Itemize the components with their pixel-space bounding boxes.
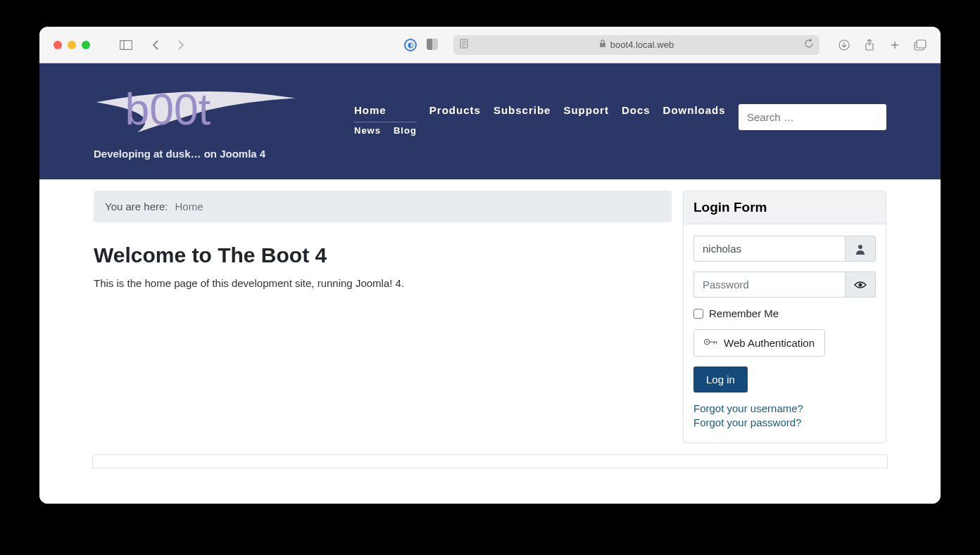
svg-point-11 [858,245,862,249]
lock-icon [599,39,606,50]
close-window-button[interactable] [54,41,62,49]
password-input[interactable] [693,272,845,298]
web-authentication-label: Web Authentication [724,337,815,349]
downloads-icon[interactable] [838,39,850,51]
back-button[interactable] [149,39,162,51]
svg-point-14 [706,341,708,343]
nav-downloads[interactable]: Downloads [663,104,726,136]
remember-me-label: Remember Me [709,307,779,319]
page-title: Welcome to The Boot 4 [94,243,672,267]
breadcrumb-label: You are here: [105,200,168,212]
privacy-shield-icon[interactable] [427,39,438,50]
footer-card-partial [92,454,888,468]
window-controls [54,41,90,49]
tagline: Developing at dusk… on Joomla 4 [94,148,298,160]
svg-rect-10 [917,40,926,48]
svg-point-12 [859,283,862,286]
maximize-window-button[interactable] [82,41,90,49]
nav-support[interactable]: Support [563,104,609,136]
sidebar-toggle-icon[interactable] [120,39,132,51]
breadcrumb-current: Home [175,200,203,212]
forgot-username-link[interactable]: Forgot your username? [693,402,876,414]
remember-me-checkbox[interactable] [693,309,703,319]
new-tab-icon[interactable] [888,39,901,51]
login-button[interactable]: Log in [693,366,748,393]
nav-news[interactable]: News [354,125,381,136]
site-header: b00t Developing at dusk… on Joomla 4 Hom… [39,63,941,179]
url-text: boot4.local.web [610,39,674,50]
remember-me-row[interactable]: Remember Me [693,307,876,319]
web-authentication-button[interactable]: Web Authentication [693,329,825,357]
nav-subscribe[interactable]: Subscribe [494,104,551,136]
login-card: Login Form [683,191,886,443]
logo-text: b00t [125,84,211,134]
onepassword-icon[interactable]: ◐ [404,39,417,51]
logo-area[interactable]: b00t Developing at dusk… on Joomla 4 [94,79,298,160]
key-icon [704,337,718,349]
page-intro-text: This is the home page of this developmen… [94,277,672,289]
address-bar[interactable]: boot4.local.web [453,35,819,55]
nav-products[interactable]: Products [429,104,481,136]
svg-rect-6 [600,43,605,47]
forgot-password-link[interactable]: Forgot your password? [693,416,876,428]
search-input[interactable] [739,104,886,130]
nav-docs[interactable]: Docs [622,104,651,136]
main-nav: Home News Blog Products Subscribe Suppor… [298,79,739,136]
forward-button[interactable] [175,39,187,51]
nav-home[interactable]: Home [354,104,417,116]
show-password-icon[interactable] [845,272,876,298]
breadcrumb: You are here: Home [94,191,672,222]
tabs-overview-icon[interactable] [914,39,926,51]
browser-window: ◐ boot4.local.web [39,27,941,504]
reload-icon[interactable] [804,39,814,51]
user-icon [845,236,876,262]
minimize-window-button[interactable] [68,41,76,49]
reader-mode-icon[interactable] [459,39,469,51]
logo-image: b00t [94,83,298,139]
username-input[interactable] [693,236,845,262]
page-viewport: b00t Developing at dusk… on Joomla 4 Hom… [39,63,941,504]
login-title: Login Form [684,191,886,224]
browser-toolbar: ◐ boot4.local.web [39,27,941,63]
svg-rect-0 [120,40,132,49]
nav-blog[interactable]: Blog [394,125,417,136]
share-icon[interactable] [863,39,876,51]
